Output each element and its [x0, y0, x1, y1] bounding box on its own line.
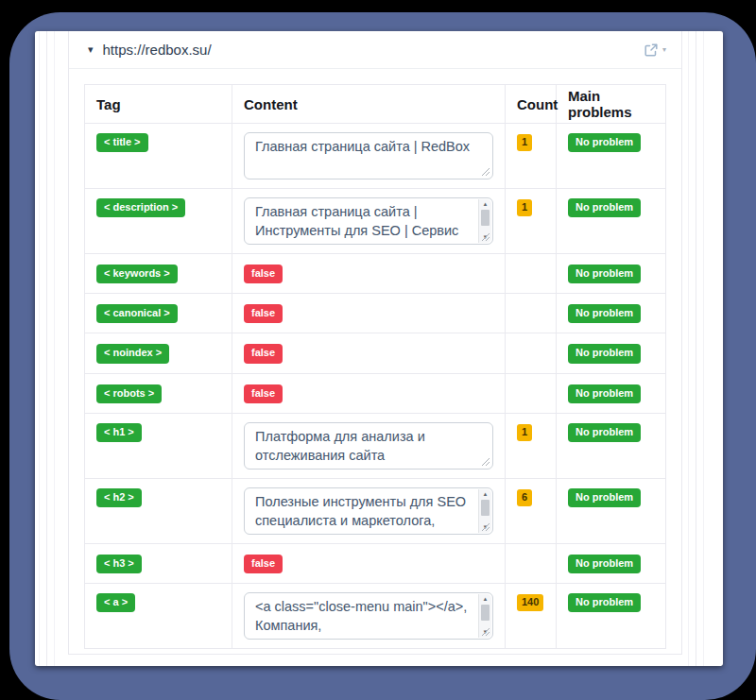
tag-badge: < h1 > [96, 423, 142, 442]
problem-badge: No problem [568, 133, 641, 152]
count-badge: 1 [517, 134, 532, 151]
page-edge-line [688, 31, 689, 666]
scrollbar-thumb[interactable] [481, 210, 490, 226]
problem-badge: No problem [568, 555, 641, 573]
resize-grip-icon[interactable] [481, 167, 490, 177]
textarea-text: Полезные инструменты для SEO специалиста… [255, 492, 468, 530]
column-header-content: Content [232, 85, 506, 123]
count-badge: 1 [517, 424, 532, 441]
count-badge: 6 [517, 489, 532, 506]
url-report-card: ▾ https://redbox.su/ ▾ Tag Content Count [68, 31, 682, 655]
tag-badge: < canonical > [96, 304, 178, 323]
count-badge: 1 [517, 199, 532, 216]
table-row-robots: < robots > false No problem [85, 374, 665, 414]
empty-count-cell [506, 544, 557, 583]
table-row-keywords: < keywords > false No problem [85, 254, 665, 294]
textarea-text: Главная страница сайта | RedBox [255, 137, 481, 175]
open-external-button[interactable]: ▾ [644, 43, 666, 58]
table-row-noindex: < noindex > false No problem [85, 333, 665, 373]
empty-count-cell [506, 374, 557, 413]
scrollbar-thumb[interactable] [481, 500, 490, 516]
table-row-canonical: < canonical > false No problem [85, 294, 665, 333]
false-badge: false [244, 265, 283, 283]
page-url[interactable]: https://redbox.su/ [103, 42, 212, 58]
tag-badge: < noindex > [96, 344, 169, 363]
dropdown-caret-icon: ▾ [662, 45, 666, 54]
content-textarea[interactable]: Главная страница сайта | RedBox [244, 132, 493, 179]
textarea-text: Главная страница сайта | Инструменты для… [255, 202, 468, 240]
table-row-h3: < h3 > false No problem [85, 544, 665, 584]
content-textarea[interactable]: Главная страница сайта | Инструменты для… [244, 197, 493, 245]
empty-count-cell [506, 333, 557, 372]
table-row-description: < description > Главная страница сайта |… [85, 189, 665, 254]
scroll-up-icon[interactable]: ▲ [483, 491, 489, 497]
resize-grip-icon[interactable] [481, 522, 490, 532]
tag-badge: < a > [96, 593, 135, 612]
table-row-h1: < h1 > Платформа для анализа и отслежива… [85, 414, 665, 479]
table-row-title: < title > Главная страница сайта | RedBo… [85, 124, 665, 189]
table-row-a: < a > <a class="close-menu main"></a>, К… [85, 584, 665, 648]
column-header-tag: Tag [85, 85, 232, 123]
problem-badge: No problem [568, 304, 641, 323]
tag-badge: < description > [96, 198, 185, 217]
table-header-row: Tag Content Count Main problems [85, 85, 665, 124]
problem-badge: No problem [568, 198, 641, 217]
problem-badge: No problem [568, 265, 641, 283]
scrollbar-thumb[interactable] [481, 605, 490, 621]
problem-badge: No problem [568, 384, 641, 403]
empty-count-cell [506, 294, 557, 333]
tag-badge: < keywords > [96, 265, 178, 283]
problem-badge: No problem [568, 488, 641, 507]
resize-grip-icon[interactable] [481, 232, 490, 242]
content-textarea[interactable]: Полезные инструменты для SEO специалиста… [244, 487, 493, 535]
textarea-text: <a class="close-menu main"></a>, Компани… [255, 597, 468, 635]
problem-badge: No problem [568, 423, 641, 442]
empty-count-cell [506, 254, 557, 293]
false-badge: false [244, 344, 283, 363]
column-header-count: Count [506, 85, 557, 123]
tag-badge: < h2 > [96, 488, 142, 507]
page-edge-line [54, 31, 55, 666]
tag-badge: < robots > [96, 384, 162, 403]
count-badge: 140 [517, 594, 543, 611]
textarea-text: Платформа для анализа и отслеживания сай… [255, 427, 481, 465]
url-bar: ▾ https://redbox.su/ ▾ [69, 31, 681, 69]
false-badge: false [244, 555, 283, 573]
window-frame: ▾ https://redbox.su/ ▾ Tag Content Count [9, 12, 756, 700]
page-edge-line [46, 31, 47, 666]
content-textarea[interactable]: Платформа для анализа и отслеживания сай… [244, 422, 493, 470]
tag-badge: < h3 > [96, 555, 142, 573]
problem-badge: No problem [568, 593, 641, 612]
page: ▾ https://redbox.su/ ▾ Tag Content Count [35, 31, 723, 666]
false-badge: false [244, 384, 283, 403]
content-textarea[interactable]: <a class="close-menu main"></a>, Компани… [244, 592, 493, 640]
resize-grip-icon[interactable] [481, 627, 490, 637]
scroll-up-icon[interactable]: ▲ [483, 201, 489, 207]
seo-tags-table: Tag Content Count Main problems < title … [84, 84, 666, 649]
resize-grip-icon[interactable] [481, 457, 490, 467]
collapse-caret-icon[interactable]: ▾ [88, 43, 94, 56]
scroll-up-icon[interactable]: ▲ [483, 596, 489, 602]
tag-badge: < title > [96, 133, 148, 152]
column-header-main-problems: Main problems [557, 85, 665, 123]
problem-badge: No problem [568, 344, 641, 363]
external-link-icon [644, 43, 659, 58]
page-edge-line [703, 31, 704, 666]
page-edge-line [39, 31, 40, 666]
table-row-h2: < h2 > Полезные инструменты для SEO спец… [85, 479, 665, 544]
page-edge-line [696, 31, 696, 666]
false-badge: false [244, 304, 283, 323]
